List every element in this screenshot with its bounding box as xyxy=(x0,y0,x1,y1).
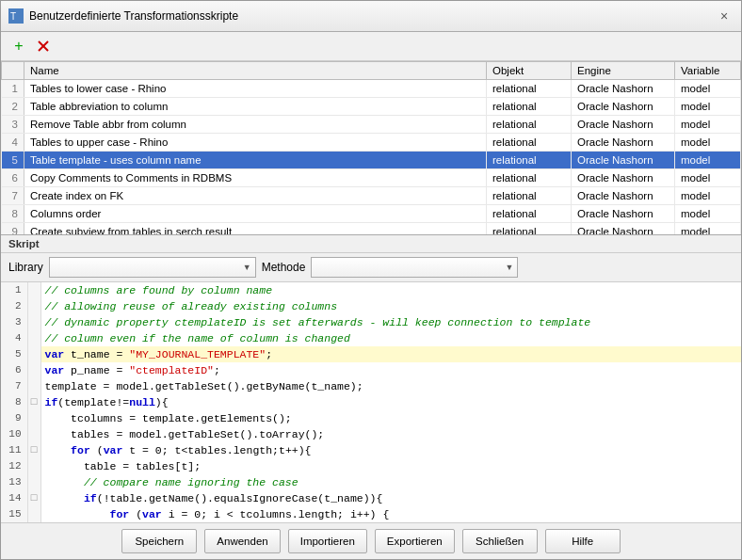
line-prefix xyxy=(27,298,40,314)
code-line: 11 □ for (var t = 0; t<tables.length;t++… xyxy=(1,442,741,458)
line-content[interactable]: // column even if the name of column is … xyxy=(40,330,741,346)
line-prefix: □ xyxy=(27,394,40,410)
line-number: 8 xyxy=(1,394,27,410)
line-number: 9 xyxy=(1,410,27,426)
table-row[interactable]: 8 Columns order relational Oracle Nashor… xyxy=(2,205,741,223)
main-window: T Benutzerdefinierte Transformationsskri… xyxy=(0,0,742,560)
table-row[interactable]: 4 Tables to upper case - Rhino relationa… xyxy=(2,134,741,152)
row-variable: model xyxy=(675,152,741,169)
delete-icon xyxy=(37,40,50,53)
row-variable: model xyxy=(675,80,741,98)
code-line: 2 // allowing reuse of already existing … xyxy=(1,298,741,314)
code-line: 4 // column even if the name of column i… xyxy=(1,330,741,346)
line-prefix xyxy=(27,426,40,442)
row-name: Create subview from tables in serch resu… xyxy=(24,223,487,236)
row-num: 5 xyxy=(2,152,24,169)
line-content[interactable]: var p_name = "ctemplateID"; xyxy=(40,362,741,378)
methode-label: Methode xyxy=(262,261,306,274)
importieren-button[interactable]: Importieren xyxy=(288,529,367,553)
table-row[interactable]: 2 Table abbreviation to column relationa… xyxy=(2,98,741,116)
table-row[interactable]: 5 Table template - uses column name rela… xyxy=(2,152,741,169)
row-objekt: relational xyxy=(487,134,572,152)
anwenden-button[interactable]: Anwenden xyxy=(204,529,280,553)
code-line: 12 table = tables[t]; xyxy=(1,458,741,474)
scripts-table: Name Objekt Engine Variable 1 Tables to … xyxy=(1,61,741,235)
schließen-button[interactable]: Schließen xyxy=(462,529,538,553)
script-section-label: Skript xyxy=(1,235,741,253)
row-objekt: relational xyxy=(487,223,572,236)
row-num: 1 xyxy=(2,80,24,98)
row-num: 3 xyxy=(2,116,24,134)
row-engine: Oracle Nashorn xyxy=(572,152,675,169)
line-number: 1 xyxy=(1,282,27,298)
table-row[interactable]: 6 Copy Comments to Comments in RDBMS rel… xyxy=(2,169,741,187)
footer-buttons: SpeichernAnwendenImportierenExportierenS… xyxy=(1,522,741,559)
line-content[interactable]: // compare name ignoring the case xyxy=(40,474,741,490)
close-button[interactable]: × xyxy=(715,7,734,25)
line-number: 5 xyxy=(1,346,27,362)
code-table: 1 // columns are found by column name 2 … xyxy=(1,282,741,522)
line-content[interactable]: // columns are found by column name xyxy=(40,282,741,298)
table-row[interactable]: 9 Create subview from tables in serch re… xyxy=(2,223,741,236)
row-variable: model xyxy=(675,205,741,223)
line-prefix xyxy=(27,458,40,474)
line-content[interactable]: table = tables[t]; xyxy=(40,458,741,474)
line-prefix xyxy=(27,474,40,490)
hilfe-button[interactable]: Hilfe xyxy=(545,529,621,553)
line-content[interactable]: var t_name = "MY_JOURNAL_TEMPLATE"; xyxy=(40,346,741,362)
line-prefix xyxy=(27,378,40,394)
row-objekt: relational xyxy=(487,187,572,205)
row-num: 4 xyxy=(2,134,24,152)
exportieren-button[interactable]: Exportieren xyxy=(375,529,455,553)
line-prefix xyxy=(27,330,40,346)
col-variable: Variable xyxy=(675,62,741,80)
code-line: 9 tcolumns = template.getElements(); xyxy=(1,410,741,426)
code-line: 13 // compare name ignoring the case xyxy=(1,474,741,490)
line-prefix xyxy=(27,282,40,298)
line-number: 11 xyxy=(1,442,27,458)
library-arrow-icon: ▼ xyxy=(243,263,251,272)
table-row[interactable]: 1 Tables to lower case - Rhino relationa… xyxy=(2,80,741,98)
comment-text: // columns are found by column name xyxy=(45,284,273,296)
code-line: 15 for (var i = 0; i < tcolumns.length; … xyxy=(1,506,741,522)
line-prefix xyxy=(27,362,40,378)
line-content[interactable]: for (var t = 0; t<tables.length;t++){ xyxy=(40,442,741,458)
line-content[interactable]: // dynamic property ctemplateID is set a… xyxy=(40,314,741,330)
title-bar: T Benutzerdefinierte Transformationsskri… xyxy=(1,1,741,32)
row-objekt: relational xyxy=(487,205,572,223)
line-prefix: □ xyxy=(27,490,40,506)
line-content[interactable]: if(!table.getName().equalsIgnoreCase(t_n… xyxy=(40,490,741,506)
row-name: Copy Comments to Comments in RDBMS xyxy=(24,169,487,187)
library-combo[interactable]: ▼ xyxy=(49,257,256,278)
library-label: Library xyxy=(8,261,43,274)
line-content[interactable]: for (var i = 0; i < tcolumns.length; i++… xyxy=(40,506,741,522)
svg-text:T: T xyxy=(10,11,16,22)
add-button[interactable]: + xyxy=(8,36,29,56)
table-row[interactable]: 3 Remove Table abbr from column relation… xyxy=(2,116,741,134)
row-engine: Oracle Nashorn xyxy=(572,98,675,116)
line-content[interactable]: // allowing reuse of already existing co… xyxy=(40,298,741,314)
comment-text: // allowing reuse of already existing co… xyxy=(45,300,338,312)
speichern-button[interactable]: Speichern xyxy=(121,529,197,553)
line-content[interactable]: tcolumns = template.getElements(); xyxy=(40,410,741,426)
row-name: Remove Table abbr from column xyxy=(24,116,487,134)
col-name: Name xyxy=(24,62,487,80)
row-variable: model xyxy=(675,116,741,134)
line-content[interactable]: tables = model.getTableSet().toArray(); xyxy=(40,426,741,442)
line-content[interactable]: if(template!=null){ xyxy=(40,394,741,410)
line-content[interactable]: template = model.getTableSet().getByName… xyxy=(40,378,741,394)
code-line: 10 tables = model.getTableSet().toArray(… xyxy=(1,426,741,442)
row-name: Columns order xyxy=(24,205,487,223)
scripts-table-area[interactable]: Name Objekt Engine Variable 1 Tables to … xyxy=(1,61,741,235)
comment-text: // dynamic property ctemplateID is set a… xyxy=(45,316,591,328)
code-editor[interactable]: 1 // columns are found by column name 2 … xyxy=(1,282,741,522)
code-line: 3 // dynamic property ctemplateID is set… xyxy=(1,314,741,330)
row-engine: Oracle Nashorn xyxy=(572,169,675,187)
table-row[interactable]: 7 Create index on FK relational Oracle N… xyxy=(2,187,741,205)
delete-button[interactable] xyxy=(33,36,54,56)
row-engine: Oracle Nashorn xyxy=(572,205,675,223)
row-num: 7 xyxy=(2,187,24,205)
row-num: 8 xyxy=(2,205,24,223)
row-engine: Oracle Nashorn xyxy=(572,187,675,205)
methode-combo[interactable]: ▼ xyxy=(311,257,518,278)
